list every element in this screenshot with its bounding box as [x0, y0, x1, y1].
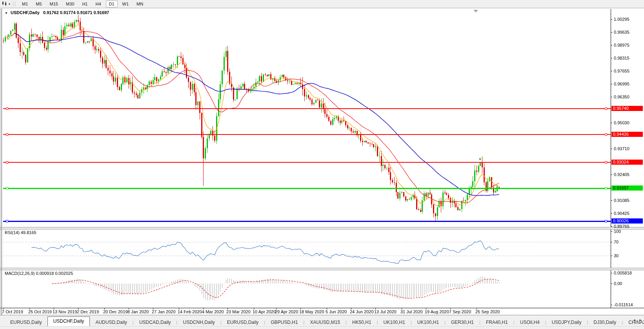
date-tick-label: 19 Aug 2020 [425, 309, 449, 314]
price-tick-label: 0.95030 [614, 120, 629, 125]
date-tick-label: 2 Dec 2019 [77, 309, 99, 314]
chart-tab-audusd-daily[interactable]: AUDUSD,Daily [90, 318, 133, 326]
chart-tab-uk100-h1[interactable]: UK100,H1 [378, 318, 411, 326]
chart-tab-xauusd-m15[interactable]: XAUUSD,M15 [304, 318, 346, 326]
rsi-indicator-label: RSI(14) 49.8165 [5, 230, 36, 235]
date-tick-label: 25 Oct 2019 [28, 309, 52, 314]
timeframe-button-h4[interactable]: H4 [92, 0, 104, 7]
price-tick-label: 0.92405 [614, 172, 629, 177]
chart-title: ▼ USDCHF,Daily 0.91762 0.91774 0.91671 0… [5, 10, 109, 15]
price-tick-label: 0.96995 [614, 82, 629, 86]
chart-tab-usdchf-daily[interactable]: USDCHF,Daily [47, 316, 90, 326]
price-tick-label: 0.91085 [614, 198, 629, 203]
date-tick-label: 23 Mar 2020 [226, 309, 251, 314]
price-level-tag: 0.90026 [611, 218, 643, 224]
chart-tab-fra40-h1[interactable]: FRA40,H1 [480, 318, 513, 326]
price-level-tag: 0.93024 [611, 160, 643, 165]
rsi-tick-label: 30 [614, 253, 619, 258]
price-tick-label: 1.00295 [614, 17, 629, 22]
tab-scroll-buttons: ◄ ► [631, 318, 643, 322]
chart-tab-usdjpy-daily[interactable]: USDJPY,Daily [546, 318, 587, 326]
price-tick-label: 0.98315 [614, 56, 629, 60]
price-tick-label: 0.93710 [614, 146, 629, 151]
chart-ohlc-values: 0.91762 0.91774 0.91671 0.91697 [43, 10, 109, 15]
tab-scroll-right-icon[interactable]: ► [639, 318, 642, 322]
timeframe-toolbar: ▾ M1M5M15M30H1H4D1W1MN [0, 0, 644, 8]
date-tick-label: 25 Sep 2020 [475, 309, 500, 314]
chart-tab-uk100-h1[interactable]: UK100,H1 [412, 318, 444, 326]
chart-tab-usdcnh-daily[interactable]: USDCNH,Daily [177, 318, 220, 326]
chart-canvas[interactable] [0, 0, 644, 329]
date-tick-label: 10 Apr 2020 [253, 309, 276, 314]
timeframe-button-m15[interactable]: M15 [47, 0, 61, 7]
chart-tab-gbpusd-h1[interactable]: GBPUSD,H1 [265, 318, 303, 326]
symbol-dropdown-icon[interactable]: ▼ [5, 11, 8, 15]
date-tick-label: 4 Mar 2020 [202, 309, 224, 314]
price-level-tag: 0.91697 [611, 185, 643, 191]
date-tick-label: 29 Apr 2020 [275, 309, 298, 314]
chart-tab-eurusd-daily[interactable]: EURUSD,Daily [222, 318, 264, 326]
window-bottom-edge [0, 315, 644, 315]
date-tick-label: 27 Jan 2020 [152, 309, 176, 314]
price-tick-label: 0.98975 [614, 43, 629, 47]
rsi-tick-label: 70 [614, 240, 619, 244]
timeframe-button-h1[interactable]: H1 [79, 0, 91, 7]
chart-candles-icon [2, 0, 8, 7]
price-tick-label: 0.89765 [614, 224, 629, 229]
price-level-tag: 0.95740 [611, 106, 643, 111]
macd-indicator-label: MACD(12,26,9) 0.000918 0.002025 [5, 271, 73, 276]
timeframe-button-m5[interactable]: M5 [33, 0, 45, 7]
chart-tab-hk50-h1[interactable]: HK50,H1 [347, 318, 377, 326]
macd-tick-label: 0.005818 [614, 271, 632, 275]
tab-scroll-left-icon[interactable]: ◄ [633, 318, 636, 322]
date-tick-label: 24 Jun 2020 [350, 309, 374, 314]
timeframe-button-mn[interactable]: MN [133, 0, 146, 7]
pane-separator-macd[interactable] [0, 268, 644, 270]
chart-tab-usoil-h4[interactable]: USOil,H4 [515, 318, 545, 326]
price-tick-label: 0.90425 [614, 211, 629, 216]
date-tick-label: 31 Jul 2020 [400, 309, 423, 314]
timeframe-button-w1[interactable]: W1 [119, 0, 132, 7]
date-tick-label: 14 Feb 2020 [178, 309, 202, 314]
chart-tab-dj30-daily[interactable]: DJ30,Daily [588, 318, 622, 326]
dropdown-caret-icon: ▾ [9, 2, 10, 6]
date-tick-label: 13 Nov 2019 [53, 309, 77, 314]
price-tick-label: 0.97655 [614, 69, 629, 73]
chart-tab-eurusd-daily[interactable]: EURUSD,Daily [5, 318, 47, 326]
status-strip [0, 326, 644, 329]
window-left-edge-inner [2, 9, 3, 315]
chart-tab-bar: EURUSD,DailyUSDCHF,DailyAUDUSD,Daily|USD… [0, 316, 644, 326]
toolbar-grip[interactable] [13, 2, 15, 7]
timeframe-button-m30[interactable]: M30 [63, 0, 77, 7]
mt4-window: ▾ M1M5M15M30H1H4D1W1MN ▼ USDCHF,Daily 0.… [0, 0, 644, 329]
date-tick-label: 8 Jan 2020 [127, 309, 149, 314]
price-tick-label: 0.96350 [614, 95, 629, 99]
timeframe-button-d1[interactable]: D1 [106, 0, 118, 7]
macd-tick-label: -0.011514 [614, 302, 633, 307]
price-level-tag: 0.94436 [611, 132, 643, 137]
date-tick-label: 5 Jun 2020 [326, 309, 347, 314]
chart-symbol-label: USDCHF,Daily [11, 10, 40, 15]
date-tick-label: 13 Jul 2020 [374, 309, 397, 314]
timeframe-button-m1[interactable]: M1 [19, 0, 31, 7]
timeframe-buttons: M1M5M15M30H1H4D1W1MN [18, 0, 147, 7]
date-tick-label: 7 Sep 2020 [449, 309, 471, 314]
date-tick-label: 18 May 2020 [299, 309, 324, 314]
chart-shift-marker[interactable] [473, 10, 478, 13]
chart-type-button[interactable]: ▾ [2, 0, 11, 7]
chart-tab-usdcad-daily[interactable]: USDCAD,Daily [134, 318, 176, 326]
pane-separator-rsi[interactable] [0, 227, 644, 229]
macd-tick-label: 0.00 [614, 281, 622, 286]
price-tick-label: 0.99635 [614, 30, 629, 35]
rsi-tick-label: 100 [614, 229, 621, 234]
date-tick-label: 20 Dec 2019 [103, 309, 127, 314]
window-left-edge [1, 9, 2, 315]
date-tick-label: 7 Oct 2019 [2, 309, 23, 314]
chart-tab-ger30-h1[interactable]: GER30,H1 [446, 318, 479, 326]
